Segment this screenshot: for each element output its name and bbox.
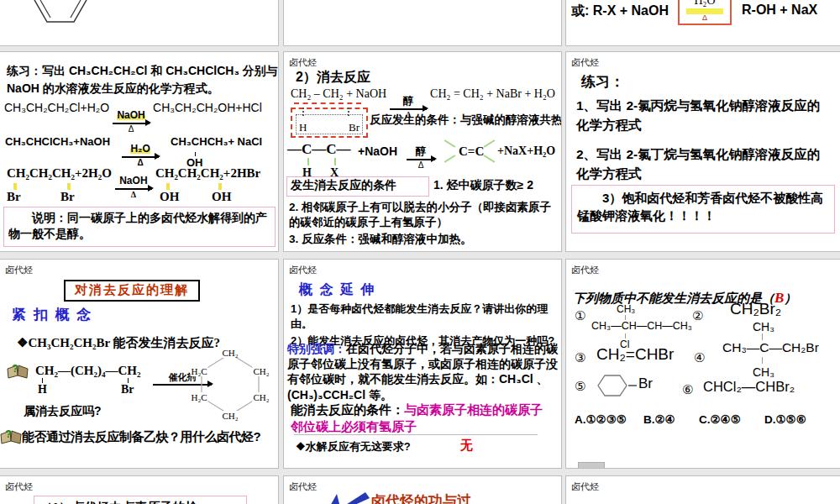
eq3-right: CH₂CH₂CH₂+2HBr bbox=[155, 166, 260, 180]
reaction-arrow: 醇Δ bbox=[403, 136, 438, 170]
slide-elimination-quiz[interactable]: 卤代烃 下列物质中不能发生消去反应的是（B） ① CH₃ CH₃—CH—CH—C… bbox=[565, 259, 840, 469]
cyclohexane-icon bbox=[596, 374, 628, 401]
condition-text-2: 邻位碳上必须有氢原子 bbox=[291, 419, 417, 435]
slide-tag: 卤代烃 bbox=[571, 264, 599, 276]
dashed-underline bbox=[294, 102, 361, 104]
option-number-5: ⑤ bbox=[575, 379, 585, 394]
bond-line bbox=[762, 357, 763, 364]
detection-title-box: （1）卤代烃中卤素原子的检 bbox=[34, 496, 247, 504]
condition-label: 能消去反应的条件： bbox=[291, 402, 404, 417]
structure-6: CHCl₂—CHBr₂ bbox=[703, 379, 795, 395]
scroll-handle[interactable] bbox=[578, 462, 605, 469]
slide-tag: 卤代烃 bbox=[289, 264, 317, 276]
slide-tag: 卤代烃 bbox=[289, 56, 317, 69]
reaction-arrow: H₂OΔ bbox=[122, 144, 159, 167]
general-skeleton: —C—C— bbox=[287, 141, 351, 158]
emphasis-paragraph: 特别强调：在卤代烃分子中，若与卤素原子相连的碳原子邻位碳上没有氢原子，或卤原子相… bbox=[287, 341, 558, 402]
highlight-tick bbox=[67, 183, 71, 190]
eq2-right: CH₃CHCH₃+ NaCl bbox=[171, 135, 262, 148]
highlight-tick bbox=[13, 183, 17, 190]
blue-arrow-icon bbox=[328, 491, 370, 504]
elim-eq-left: CH₂ – CH₂ + NaOH bbox=[291, 87, 386, 100]
benzene-ring-icon bbox=[30, 0, 91, 27]
practice-heading: 练习： bbox=[581, 72, 624, 92]
condition-line-1: 能消去反应的条件：与卤素原子相连的碳原子 bbox=[291, 402, 543, 418]
slide-concept-extension[interactable]: 卤代烃 概 念 延 伸 1）是否每种卤代烃都能发生消去反应？请讲出你的理由。 2… bbox=[283, 259, 562, 469]
choice-d: D.①⑤⑥ bbox=[764, 412, 806, 426]
practice-title-line1: 练习：写出 CH₃CH₂CH₂Cl 和 CH₃CHClCH₃ 分别与 bbox=[7, 64, 278, 79]
section-heading: 2）消去反应 bbox=[296, 69, 370, 87]
slide-corner-only-partial[interactable]: 卤代烃 bbox=[565, 475, 840, 504]
reaction-arrow: NaOHΔ bbox=[113, 110, 150, 134]
slide-hydrolysis-summary-partial[interactable]: 或: R-X + NaOH H₂O Δ R-OH + NaX bbox=[565, 0, 840, 46]
arrow-above-label: H₂O bbox=[694, 0, 715, 7]
structure-5: Br bbox=[638, 375, 653, 392]
practice-question-2: 2、写出 2-氯丁烷与氢氧化钠醇溶液反应的化学方程式 bbox=[576, 144, 831, 184]
equation-suffix: R-OH + NaX bbox=[742, 3, 817, 18]
slide-benzene-partial[interactable] bbox=[0, 0, 279, 46]
cc-double-bond: C=C bbox=[459, 144, 484, 159]
slide-hydrolysis-practice[interactable]: 练习：写出 CH₃CH₂CH₂Cl 和 CH₃CHClCH₃ 分别与 NaOH … bbox=[0, 51, 279, 252]
slide-elimination-understanding[interactable]: 卤代烃 对消去反应的理解 紧 扣 概 念 ❖CH₃CH₂CH₂Br 能否发生消去… bbox=[0, 259, 279, 469]
ring-carbon: H₂C bbox=[190, 392, 207, 402]
green-bond bbox=[484, 155, 496, 163]
structure-2: CH₂Br₂ bbox=[730, 300, 781, 318]
green-bond bbox=[334, 158, 336, 165]
dihalide-chain: CH₂—(CH₂)₄—CH₂ bbox=[35, 364, 140, 378]
slide-tag: 卤代烃 bbox=[5, 480, 33, 493]
structure-4-bottom: CH₃ bbox=[753, 365, 774, 379]
slide-elimination-practice[interactable]: 卤代烃 练习： 1、写出 2-氯丙烷与氢氧化钠醇溶液反应的化学方程式 2、写出 … bbox=[565, 51, 840, 252]
eq1-below: Δ bbox=[129, 125, 134, 134]
ring-carbon: CH₂ bbox=[252, 392, 270, 402]
book-question-icon: ? bbox=[7, 362, 29, 382]
eq3-oh1: OH bbox=[160, 190, 179, 204]
structure-4-chain: CH₃—C—CH₂Br bbox=[722, 340, 819, 355]
quiz-title-post: ） bbox=[784, 291, 796, 305]
ring-carbon: CH₂ bbox=[221, 348, 239, 358]
equation-prefix: 或: R-X + NaOH bbox=[571, 3, 669, 20]
arrow-below-label: Δ bbox=[702, 14, 707, 22]
bond-line bbox=[762, 333, 763, 340]
answer-none: 无 bbox=[460, 438, 473, 454]
divider-line bbox=[294, 434, 538, 435]
condition-box: 发生消去反应的条件 bbox=[286, 176, 429, 197]
reaction-arrow: NaOHΔ bbox=[115, 176, 152, 199]
point-2: 2. 相邻碳原子上有可以脱去的小分子（即接卤素原子的碳邻近的碳原子上有氢原子） bbox=[289, 200, 556, 230]
slide-title-box: 对消去反应的理解 bbox=[64, 280, 200, 302]
elim-eq-above: 醇 bbox=[403, 96, 413, 107]
eq3-oh2: OH bbox=[212, 190, 231, 204]
h-br-dashed-box: H Br bbox=[291, 108, 368, 138]
gen-below: Δ bbox=[418, 161, 424, 170]
general-plus-naoh: +NaOH bbox=[358, 144, 397, 158]
eq2-left: CH₃CHClCH₃+NaOH bbox=[5, 135, 110, 148]
bond-line bbox=[628, 385, 637, 386]
slide-blank-partial[interactable] bbox=[283, 0, 562, 46]
question-2: 属消去反应吗? bbox=[24, 404, 102, 419]
eq3-below: Δ bbox=[131, 191, 136, 199]
practice-question-1: 1、写出 2-氯丙烷与氢氧化钠醇溶液反应的化学方程式 bbox=[576, 96, 831, 135]
ring-carbon: CH₂ bbox=[252, 366, 270, 376]
svg-text:?: ? bbox=[12, 362, 18, 375]
green-bond bbox=[444, 139, 456, 148]
equation-1: CH₃CH₂CH₂Cl+H₂ONaOHΔCH₃CH₂CH₂OH+HCl bbox=[4, 101, 262, 134]
slide-tag: 卤代烃 bbox=[571, 480, 599, 493]
general-products: +NaX+H₂O bbox=[497, 144, 555, 158]
yellow-arrow-icon bbox=[686, 8, 723, 14]
structure-1-chain: CH₃—CH—CH—CH₃ bbox=[591, 320, 692, 332]
alkene-fragment: C=C bbox=[444, 138, 496, 166]
elim-eq-right: CH₂ = CH₂ + NaBr + H₂O bbox=[430, 87, 555, 100]
emphasis-label: 特别强调： bbox=[287, 342, 346, 355]
highlight-tick bbox=[218, 183, 222, 190]
green-bond bbox=[307, 158, 309, 165]
slide-tag: 卤代烃 bbox=[571, 56, 599, 69]
structure-3: CH₂=CHBr bbox=[596, 345, 674, 364]
condition-arrow-box: H₂O Δ bbox=[678, 0, 732, 25]
slide-merits-partial[interactable]: 卤代烃 卤代烃的功与过 bbox=[283, 475, 562, 504]
slide-sorter-grid: 或: R-X + NaOH H₂O Δ R-OH + NaX 练习：写出 CH₃… bbox=[0, 0, 840, 504]
slide-halogen-detection-partial[interactable]: 卤代烃 （1）卤代烃中卤素原子的检 bbox=[0, 475, 279, 504]
slide-elimination-reaction[interactable]: 卤代烃 2）消去反应 CH₂ – CH₂ + NaOH醇ΔCH₂ = CH₂ +… bbox=[283, 51, 562, 252]
eq3-above: NaOH bbox=[119, 176, 147, 186]
green-bond bbox=[444, 155, 456, 163]
note-box: 3）饱和卤代烃和芳香卤代烃不被酸性高锰酸钾溶液氧化！！！！ bbox=[571, 185, 835, 234]
slide-tag: 卤代烃 bbox=[289, 480, 317, 493]
